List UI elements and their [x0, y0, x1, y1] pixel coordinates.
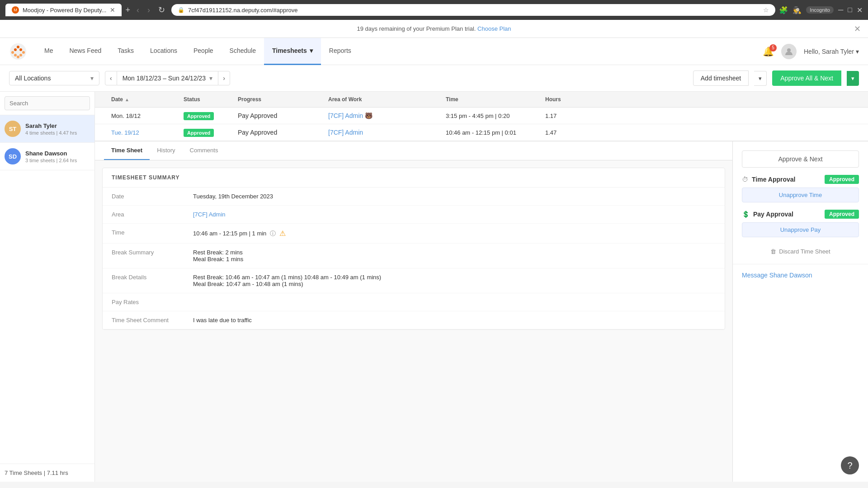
table-col-time: Time: [446, 96, 545, 103]
search-input[interactable]: [5, 96, 90, 110]
approve-all-button[interactable]: Approve All & Next: [772, 70, 841, 86]
time-approval-icon: ⏱: [742, 176, 748, 183]
summary-label-break-details: Break Details: [112, 274, 193, 287]
sort-icon[interactable]: ▲: [125, 97, 129, 102]
row1-status: Approved: [184, 112, 238, 119]
content-area: Date ▲ Status Progress Area of Work Time…: [95, 92, 868, 482]
location-select[interactable]: All Locations ▾: [9, 71, 99, 85]
date-next-button[interactable]: ›: [218, 71, 230, 85]
tab-history[interactable]: History: [150, 141, 182, 160]
svg-point-3: [17, 46, 19, 48]
timesheet-table: Date ▲ Status Progress Area of Work Time…: [95, 92, 868, 141]
message-label: Message Shane Dawson: [742, 272, 812, 279]
back-button[interactable]: ‹: [134, 5, 142, 16]
approve-all-dropdown-button[interactable]: ▾: [847, 71, 859, 86]
date-range-chevron: ▾: [209, 75, 212, 82]
summary-row-comment: Time Sheet Comment I was late due to tra…: [103, 311, 725, 329]
incognito-icon: 🕵: [793, 6, 802, 14]
date-range-select[interactable]: Mon 18/12/23 – Sun 24/12/23 ▾: [117, 71, 218, 85]
tab-comments[interactable]: Comments: [183, 141, 226, 160]
browser-actions: 🧩 🕵 Incognito ─ □ ✕: [779, 6, 863, 14]
help-button[interactable]: ?: [841, 456, 859, 474]
row2-date: Tue. 19/12: [111, 129, 184, 136]
svg-point-7: [19, 54, 22, 56]
nav-schedule[interactable]: Schedule: [222, 38, 264, 65]
unapprove-pay-button[interactable]: Unapprove Pay: [742, 222, 859, 237]
nav-timesheets[interactable]: Timesheets ▾: [264, 38, 321, 65]
minimize-button[interactable]: ─: [838, 6, 843, 14]
table-row[interactable]: Tue. 19/12 Approved Pay Approved [7CF] A…: [95, 124, 868, 141]
summary-value-area: [7CF] Admin: [193, 211, 226, 218]
approve-next-button[interactable]: Approve & Next: [742, 150, 859, 168]
extension-icon[interactable]: 🧩: [779, 6, 788, 14]
approval-section: Approve & Next ⏱ Time Approval Approved …: [733, 141, 868, 264]
summary-row-break-details: Break Details Rest Break: 10:46 am - 10:…: [103, 268, 725, 293]
incognito-label: Incognito: [806, 6, 834, 14]
tab-close-icon[interactable]: ✕: [110, 6, 115, 14]
nav-me[interactable]: Me: [36, 38, 61, 65]
forward-button[interactable]: ›: [145, 5, 153, 16]
new-tab-button[interactable]: +: [125, 5, 130, 15]
maximize-button[interactable]: □: [848, 6, 852, 14]
summary-label-pay-rates: Pay Rates: [112, 299, 193, 305]
table-col-area: Area of Work: [328, 96, 446, 103]
employee-name-sarah: Sarah Tyler: [25, 122, 90, 129]
summary-row-time: Time 10:46 am - 12:15 pm | 1 min ⓘ ⚠: [103, 224, 725, 244]
summary-value-time: 10:46 am - 12:15 pm | 1 min ⓘ ⚠: [193, 229, 286, 238]
date-range-label: Mon 18/12/23 – Sun 24/12/23: [123, 75, 206, 82]
address-bar-actions: ☆: [763, 6, 769, 14]
unapprove-time-button[interactable]: Unapprove Time: [742, 188, 859, 202]
pay-approval-row: 💲 Pay Approval Approved Unapprove Pay: [742, 210, 859, 237]
nav-controls: ‹ › ↻: [134, 4, 168, 16]
trial-banner-close-icon[interactable]: ✕: [854, 24, 861, 34]
nav-news-feed[interactable]: News Feed: [61, 38, 109, 65]
add-timesheet-dropdown-button[interactable]: ▾: [754, 71, 767, 86]
summary-label-date: Date: [112, 193, 193, 200]
address-bar[interactable]: 🔒 7cf47d19112152.na.deputy.com/#approve …: [171, 4, 775, 16]
notification-button[interactable]: 🔔 5: [763, 46, 774, 57]
nav-tasks[interactable]: Tasks: [109, 38, 142, 65]
row2-status: Approved: [184, 129, 238, 136]
discard-row[interactable]: 🗑 Discard Time Sheet: [742, 244, 859, 255]
row2-hours: 1.47: [545, 129, 590, 136]
summary-row-break-summary: Break Summary Rest Break: 2 mins Meal Br…: [103, 244, 725, 268]
sidebar-footer: 7 Time Sheets | 7.11 hrs: [0, 464, 94, 482]
nav-people[interactable]: People: [185, 38, 222, 65]
svg-point-6: [14, 54, 17, 56]
detail-tabs: Time Sheet History Comments: [95, 141, 732, 160]
employee-item-sarah[interactable]: ST Sarah Tyler 4 time sheets | 4.47 hrs: [0, 115, 94, 143]
warning-icon: ⚠: [279, 229, 286, 238]
logo[interactable]: [9, 42, 27, 61]
table-header: Date ▲ Status Progress Area of Work Time…: [95, 92, 868, 108]
reload-button[interactable]: ↻: [156, 4, 168, 16]
add-timesheet-button[interactable]: Add timesheet: [693, 70, 749, 86]
row1-area: [7CF] Admin 🐻: [328, 112, 446, 119]
tab-timesheet[interactable]: Time Sheet: [104, 141, 150, 160]
summary-row-pay-rates: Pay Rates: [103, 293, 725, 311]
top-nav: Me News Feed Tasks Locations People Sche…: [0, 38, 868, 65]
area-link[interactable]: [7CF] Admin: [193, 211, 226, 218]
user-avatar[interactable]: [781, 44, 797, 59]
browser-tab[interactable]: M Moodjoy - Powered By Deputy... ✕: [5, 4, 122, 16]
time-approval-badge: Approved: [825, 175, 859, 184]
discard-icon: 🗑: [770, 248, 776, 255]
employee-avatar-shane: SD: [5, 148, 21, 164]
nav-locations[interactable]: Locations: [142, 38, 185, 65]
table-row[interactable]: Mon. 18/12 Approved Pay Approved [7CF] A…: [95, 108, 868, 124]
svg-point-2: [19, 48, 22, 51]
user-greeting-button[interactable]: Hello, Sarah Tyler ▾: [804, 48, 859, 55]
summary-value-break-summary: Rest Break: 2 mins Meal Break: 1 mins: [193, 249, 243, 263]
message-section[interactable]: Message Shane Dawson: [733, 264, 868, 286]
employee-item-shane[interactable]: SD Shane Dawson 3 time sheets | 2.64 hrs: [0, 143, 94, 170]
date-prev-button[interactable]: ‹: [105, 71, 117, 85]
url-text: 7cf47d19112152.na.deputy.com/#approve: [188, 7, 760, 14]
summary-value-date: Tuesday, 19th December 2023: [193, 193, 273, 200]
choose-plan-link[interactable]: Choose Plan: [477, 25, 511, 32]
trial-banner: 19 days remaining of your Premium Plan t…: [0, 20, 868, 38]
nav-reports[interactable]: Reports: [321, 38, 359, 65]
summary-label-break-summary: Break Summary: [112, 249, 193, 263]
close-button[interactable]: ✕: [857, 6, 863, 14]
bookmark-star-icon[interactable]: ☆: [763, 6, 769, 14]
employee-meta-sarah: 4 time sheets | 4.47 hrs: [25, 130, 90, 136]
row2-time: 10:46 am - 12:15 pm | 0:01: [446, 129, 545, 136]
